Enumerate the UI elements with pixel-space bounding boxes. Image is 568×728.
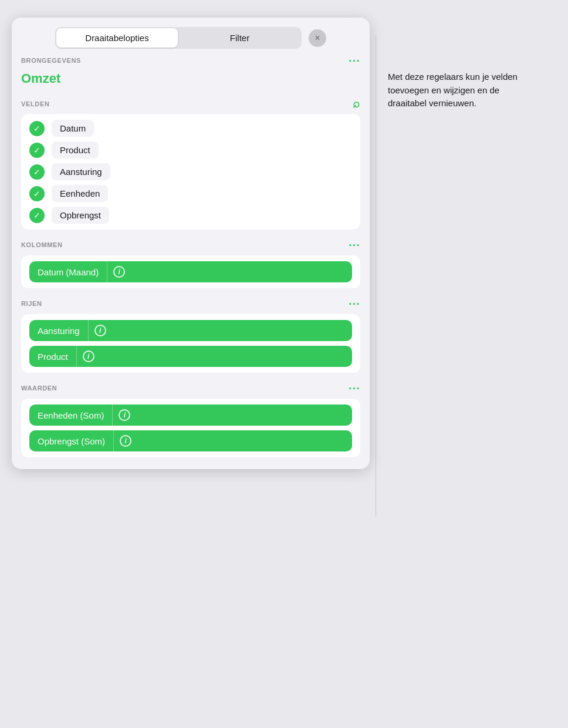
- rijen-tag-aansturing[interactable]: Aansturing i: [29, 320, 352, 341]
- section-kolommen: KOLOMMEN ⋯ Datum (Maand) i: [21, 238, 360, 288]
- field-tag-datum[interactable]: Datum: [52, 120, 94, 137]
- section-label-velden: VELDEN ⌕: [21, 97, 360, 110]
- tab-group: Draaitabelopties Filter: [55, 27, 302, 49]
- section-label-rijen: RIJEN ⋯: [21, 296, 360, 311]
- info-icon-opbrengst: i: [120, 435, 131, 447]
- fields-box: ✓ Datum ✓ Product ✓ Aanstur: [21, 114, 360, 230]
- tab-filter[interactable]: Filter: [179, 28, 300, 48]
- search-icon[interactable]: ⌕: [353, 97, 360, 110]
- source-name: Omzet: [21, 71, 360, 86]
- field-row-opbrengst: ✓ Opbrengst: [29, 207, 352, 224]
- waarden-tag-eenheden-label: Eenheden (Som): [29, 410, 112, 420]
- info-button-eenheden-som[interactable]: i: [113, 405, 136, 426]
- more-icon-waarden[interactable]: ⋯: [348, 381, 360, 395]
- section-label-waarden: WAARDEN ⋯: [21, 381, 360, 395]
- field-row-eenheden: ✓ Eenheden: [29, 185, 352, 202]
- rijen-box: Aansturing i Product i: [21, 314, 360, 373]
- section-label-kolommen: KOLOMMEN ⋯: [21, 238, 360, 252]
- rijen-tag-aansturing-label: Aansturing: [29, 326, 88, 336]
- info-icon: i: [113, 266, 125, 278]
- waarden-tag-opbrengst-som[interactable]: Opbrengst (Som) i: [29, 430, 352, 451]
- field-row-product: ✓ Product: [29, 141, 352, 159]
- field-tag-aansturing[interactable]: Aansturing: [52, 163, 110, 180]
- tab-draaitabelopties[interactable]: Draaitabelopties: [56, 28, 178, 48]
- more-icon-rijen[interactable]: ⋯: [348, 296, 360, 311]
- info-button-opbrengst-som[interactable]: i: [114, 430, 137, 451]
- info-button-aansturing[interactable]: i: [89, 320, 112, 341]
- panel-content: BRONGEGEVENS ⋯ Omzet VELDEN ⌕ ✓: [12, 53, 370, 469]
- pivot-options-panel: Draaitabelopties Filter × BRONGEGEVENS ⋯…: [12, 18, 370, 469]
- section-label-brongegevens: BRONGEGEVENS ⋯: [21, 53, 360, 68]
- section-waarden: WAARDEN ⋯ Eenheden (Som) i Opbrengst (So…: [21, 381, 360, 457]
- section-velden: VELDEN ⌕ ✓ Datum ✓ Produ: [21, 97, 360, 230]
- check-icon-eenheden[interactable]: ✓: [29, 186, 45, 201]
- info-icon-eenheden: i: [119, 409, 130, 421]
- check-icon-product[interactable]: ✓: [29, 143, 45, 158]
- rijen-tag-product[interactable]: Product i: [29, 346, 352, 367]
- field-row-datum: ✓ Datum: [29, 120, 352, 137]
- info-button-product[interactable]: i: [77, 346, 100, 367]
- rijen-tag-product-label: Product: [29, 352, 76, 362]
- close-icon: ×: [315, 33, 320, 43]
- field-tag-opbrengst[interactable]: Opbrengst: [52, 207, 109, 224]
- kolommen-box: Datum (Maand) i: [21, 255, 360, 288]
- check-icon-opbrengst[interactable]: ✓: [29, 208, 45, 223]
- check-icon-aansturing[interactable]: ✓: [29, 164, 45, 180]
- right-area: Met deze regelaars kun je velden toevoeg…: [370, 18, 568, 517]
- section-rijen: RIJEN ⋯ Aansturing i Product: [21, 296, 360, 373]
- field-tag-product[interactable]: Product: [52, 141, 99, 159]
- check-icon-datum[interactable]: ✓: [29, 121, 45, 136]
- kolommen-tag-label: Datum (Maand): [29, 267, 107, 277]
- tab-bar: Draaitabelopties Filter ×: [12, 18, 370, 53]
- kolommen-tag-datum-maand[interactable]: Datum (Maand) i: [29, 261, 352, 282]
- more-icon-brongegevens[interactable]: ⋯: [348, 53, 360, 68]
- close-button[interactable]: ×: [309, 29, 326, 47]
- waarden-tag-eenheden-som[interactable]: Eenheden (Som) i: [29, 405, 352, 426]
- info-icon-aansturing: i: [94, 325, 106, 336]
- more-icon-kolommen[interactable]: ⋯: [348, 238, 360, 252]
- waarden-tag-opbrengst-label: Opbrengst (Som): [29, 436, 113, 446]
- info-icon-product: i: [83, 350, 94, 362]
- waarden-box: Eenheden (Som) i Opbrengst (Som) i: [21, 399, 360, 457]
- tooltip-text: Met deze regelaars kun je velden toevoeg…: [388, 35, 523, 110]
- field-tag-eenheden[interactable]: Eenheden: [52, 185, 108, 202]
- field-row-aansturing: ✓ Aansturing: [29, 163, 352, 180]
- section-brongegevens: BRONGEGEVENS ⋯ Omzet: [21, 53, 360, 89]
- info-button-datum-maand[interactable]: i: [107, 261, 131, 282]
- separator-line: [376, 35, 376, 517]
